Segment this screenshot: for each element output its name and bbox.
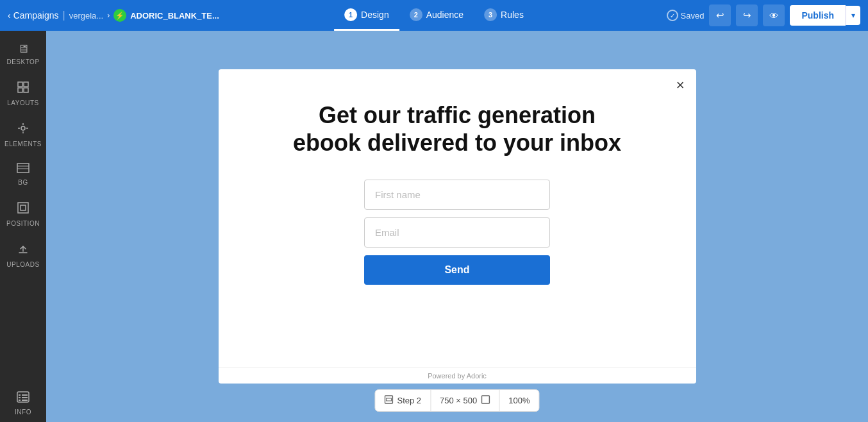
- svg-rect-5: [17, 164, 29, 173]
- step-audience-num: 2: [410, 8, 422, 21]
- send-button[interactable]: Send: [364, 255, 550, 285]
- nav-separator: |: [63, 10, 65, 21]
- sidebar-item-bg[interactable]: BG: [3, 156, 43, 192]
- sidebar-item-layouts[interactable]: LAYOUTS: [3, 74, 43, 113]
- nav-step-design[interactable]: 1 Design: [334, 0, 399, 31]
- sidebar-item-bg-label: BG: [18, 179, 28, 186]
- template-lightning-icon: ⚡: [113, 9, 126, 22]
- svg-point-4: [21, 126, 25, 130]
- step-rules-label: Rules: [501, 10, 524, 20]
- back-to-campaigns-button[interactable]: ‹ Campaigns: [8, 10, 59, 21]
- svg-rect-14: [22, 397, 28, 398]
- popup-title: Get our traffic generation ebook deliver…: [293, 101, 621, 156]
- step-icon: [384, 395, 393, 406]
- dimensions-icon: [481, 395, 490, 406]
- svg-rect-1: [24, 82, 28, 87]
- step-design-label: Design: [361, 10, 389, 20]
- chevron-left-icon: ‹: [8, 10, 11, 21]
- svg-rect-2: [18, 88, 22, 92]
- close-popup-button[interactable]: ×: [676, 78, 685, 92]
- preview-button[interactable]: 👁: [763, 4, 785, 26]
- campaigns-label: Campaigns: [13, 10, 59, 21]
- sidebar-item-uploads[interactable]: UPLOADS: [3, 236, 43, 274]
- publish-dropdown-button[interactable]: ▾: [846, 6, 860, 25]
- template-name-button[interactable]: ⚡ ADORIC_BLANK_TE...: [113, 9, 219, 22]
- step-design-num: 1: [344, 8, 357, 21]
- sidebar-item-desktop-label: DESKTOP: [6, 58, 39, 65]
- svg-rect-9: [21, 205, 26, 210]
- step-audience-label: Audience: [426, 10, 463, 20]
- top-navigation: ‹ Campaigns | vergela... › ⚡ ADORIC_BLAN…: [0, 0, 868, 31]
- elements-icon: [17, 122, 29, 138]
- firstname-input[interactable]: [364, 180, 550, 210]
- popup-form: Send: [364, 180, 550, 285]
- svg-rect-18: [386, 398, 391, 401]
- svg-rect-13: [19, 397, 21, 398]
- popup-title-line2: ebook delivered to your inbox: [293, 130, 621, 156]
- email-input[interactable]: [364, 217, 550, 248]
- publish-button[interactable]: Publish: [790, 5, 846, 26]
- info-icon: [17, 391, 29, 406]
- bg-icon: [17, 163, 29, 176]
- desktop-icon: 🖥: [17, 42, 29, 56]
- sidebar: 🖥 DESKTOP LAYOUTS ELEMENTS BG POSITIO: [0, 31, 46, 422]
- sidebar-item-elements[interactable]: ELEMENTS: [3, 115, 43, 154]
- nav-arrow-icon: ›: [107, 11, 110, 20]
- redo-button[interactable]: ↪: [736, 4, 758, 26]
- sidebar-item-position[interactable]: POSITION: [3, 195, 43, 233]
- step-label: Step 2: [397, 396, 421, 405]
- saved-label: Saved: [681, 11, 705, 21]
- dimensions-label: 750 × 500: [440, 396, 477, 405]
- nav-step-rules[interactable]: 3 Rules: [474, 0, 534, 31]
- powered-by-label: Powered by Adoric: [428, 372, 487, 380]
- svg-rect-16: [22, 400, 28, 401]
- sidebar-item-info-label: INFO: [15, 409, 31, 416]
- nav-step-audience[interactable]: 2 Audience: [399, 0, 474, 31]
- svg-rect-12: [22, 394, 28, 396]
- svg-rect-19: [481, 396, 489, 403]
- svg-rect-3: [24, 88, 28, 92]
- sidebar-item-position-label: POSITION: [6, 220, 40, 227]
- status-bar: Step 2 750 × 500 100%: [374, 389, 539, 412]
- sidebar-item-elements-label: ELEMENTS: [4, 140, 42, 148]
- step-rules-num: 3: [484, 8, 497, 21]
- status-dimensions: 750 × 500: [431, 390, 499, 411]
- status-step: Step 2: [375, 390, 431, 411]
- powered-by-bar: Powered by Adoric: [219, 367, 696, 384]
- layouts-icon: [17, 81, 29, 97]
- svg-rect-11: [19, 394, 21, 396]
- svg-rect-8: [18, 203, 28, 213]
- campaign-name: vergela...: [69, 11, 103, 21]
- publish-group: Publish ▾: [790, 5, 860, 26]
- svg-rect-15: [19, 400, 21, 401]
- zoom-label: 100%: [508, 396, 530, 405]
- undo-button[interactable]: ↩: [709, 4, 731, 26]
- sidebar-item-layouts-label: LAYOUTS: [7, 99, 38, 106]
- nav-steps: 1 Design 2 Audience 3 Rules: [334, 0, 534, 31]
- svg-rect-0: [18, 82, 22, 87]
- saved-check-icon: ✓: [667, 10, 678, 21]
- saved-status: ✓ Saved: [667, 10, 705, 21]
- uploads-icon: [17, 242, 29, 258]
- canvas-area: × Get our traffic generation ebook deliv…: [46, 31, 868, 422]
- nav-right: ✓ Saved ↩ ↪ 👁 Publish ▾: [667, 4, 860, 26]
- sidebar-item-desktop[interactable]: 🖥 DESKTOP: [3, 36, 43, 72]
- sidebar-item-uploads-label: UPLOADS: [6, 261, 39, 268]
- main-area: 🖥 DESKTOP LAYOUTS ELEMENTS BG POSITIO: [0, 31, 868, 422]
- popup-modal: × Get our traffic generation ebook deliv…: [219, 69, 696, 384]
- template-name-label: ADORIC_BLANK_TE...: [130, 11, 219, 21]
- position-icon: [17, 201, 29, 217]
- status-zoom: 100%: [499, 391, 538, 410]
- popup-title-line1: Get our traffic generation: [319, 102, 596, 128]
- sidebar-item-info[interactable]: INFO: [3, 385, 43, 422]
